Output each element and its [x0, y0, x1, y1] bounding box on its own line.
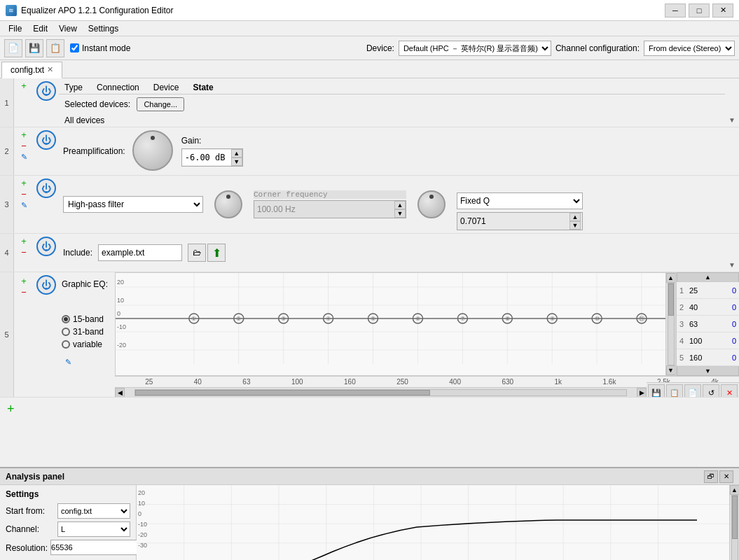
- edit-btn-2[interactable]: ✎: [18, 151, 30, 162]
- tab-close-icon[interactable]: ✕: [47, 65, 53, 74]
- channel-config-select[interactable]: From device (Stereo): [644, 41, 735, 56]
- band-scroll-down[interactable]: ▼: [677, 366, 739, 376]
- minimize-button[interactable]: ─: [665, 4, 686, 18]
- gain-up-btn[interactable]: ▲: [231, 149, 242, 158]
- add-btn-2[interactable]: +: [18, 129, 30, 140]
- power-btn-3[interactable]: ⏻: [36, 178, 56, 198]
- corner-freq-label: Corner frequency: [254, 190, 406, 199]
- highpass-knob[interactable]: [214, 190, 242, 218]
- eq-vscroll-thumb[interactable]: [668, 284, 674, 316]
- include-upload-btn[interactable]: ⬆: [207, 244, 226, 262]
- remove-btn-5[interactable]: −: [18, 286, 30, 298]
- remove-btn-2[interactable]: −: [18, 140, 30, 151]
- tab-label: config.txt: [11, 65, 44, 75]
- filter-type-select[interactable]: High-pass filter: [63, 196, 203, 213]
- gain-down-btn[interactable]: ▼: [231, 158, 242, 166]
- maximize-button[interactable]: □: [689, 4, 710, 18]
- start-from-label: Start from:: [6, 506, 55, 516]
- svg-text:⑨: ⑨: [550, 316, 555, 322]
- tab-device[interactable]: Device: [153, 83, 179, 92]
- q-type-select[interactable]: Fixed Q: [457, 192, 583, 209]
- q-value-input[interactable]: [457, 213, 569, 230]
- change-button[interactable]: Change...: [137, 97, 184, 111]
- eq-edit-btn[interactable]: ✎: [62, 356, 74, 368]
- eq-chart-svg: 20 10 0 -10 -20: [116, 273, 675, 364]
- radio-variable[interactable]: [62, 340, 70, 349]
- save-button[interactable]: 💾: [25, 39, 43, 57]
- eq-hscroll-left[interactable]: ◀: [115, 388, 125, 398]
- q-down-btn[interactable]: ▼: [569, 221, 581, 230]
- device-select[interactable]: Default (HPC － 英特尔(R) 显示器音频): [399, 41, 551, 56]
- analysis-vscroll-thumb[interactable]: [732, 496, 738, 539]
- eq-band-15[interactable]: 15-band: [62, 314, 112, 324]
- start-from-select[interactable]: config.txt: [57, 503, 130, 519]
- eq-reset-btn[interactable]: ↺: [703, 384, 719, 397]
- preamp-knob[interactable]: [132, 130, 174, 172]
- remove-btn-3[interactable]: −: [18, 188, 30, 200]
- radio-variable-label: variable: [73, 340, 102, 349]
- eq-band-31[interactable]: 31-band: [62, 327, 112, 337]
- tab-type[interactable]: Type: [64, 83, 83, 92]
- freq-down-btn[interactable]: ▼: [394, 209, 406, 218]
- svg-text:-20: -20: [117, 342, 126, 349]
- radio-15-band[interactable]: [62, 315, 70, 323]
- add-filter-btn[interactable]: +: [7, 402, 15, 416]
- eq-save-btn[interactable]: 💾: [648, 384, 665, 397]
- clipboard-button[interactable]: 📋: [46, 39, 64, 57]
- expand-icon-4[interactable]: ▼: [728, 261, 735, 269]
- expand-icon-1[interactable]: ▼: [728, 116, 735, 124]
- include-folder-btn[interactable]: 🗁: [188, 244, 206, 262]
- eq-band-var[interactable]: variable: [62, 340, 112, 349]
- add-btn-1[interactable]: +: [18, 80, 30, 91]
- menu-view[interactable]: View: [53, 22, 83, 35]
- include-filename-input[interactable]: [98, 244, 182, 261]
- close-button[interactable]: ✕: [712, 4, 733, 18]
- menu-file[interactable]: File: [3, 22, 27, 35]
- selected-devices-label: Selected devices:: [64, 99, 130, 109]
- power-btn-5[interactable]: ⏻: [36, 275, 56, 295]
- remove-btn-4[interactable]: −: [18, 246, 30, 258]
- analysis-restore-btn[interactable]: 🗗: [704, 470, 718, 483]
- q-knob[interactable]: [417, 190, 446, 218]
- eq-vscroll-up[interactable]: ▲: [666, 273, 676, 283]
- eq-vscroll-down[interactable]: ▼: [666, 365, 676, 375]
- edit-btn-3[interactable]: ✎: [18, 200, 30, 211]
- band-scroll-up[interactable]: ▲: [677, 272, 739, 282]
- eq-delete-btn[interactable]: ✕: [721, 384, 738, 397]
- channel-select[interactable]: L: [57, 522, 130, 537]
- eq-hscroll-thumb[interactable]: [135, 390, 430, 396]
- instant-mode-checkbox[interactable]: [70, 43, 79, 52]
- radio-31-band[interactable]: [62, 328, 70, 336]
- eq-hscroll[interactable]: ◀ ▶ 💾 📋 📄 ↺ ✕: [115, 387, 739, 397]
- q-up-btn[interactable]: ▲: [569, 213, 581, 221]
- eq-hscroll-right[interactable]: ▶: [637, 388, 647, 398]
- tab-connection[interactable]: Connection: [97, 83, 139, 92]
- eq-paste-btn[interactable]: 📄: [684, 384, 701, 397]
- corner-freq-input[interactable]: [254, 201, 394, 218]
- add-btn-4[interactable]: +: [18, 235, 30, 246]
- analysis-vscroll[interactable]: ▲ ▼: [729, 485, 739, 560]
- tab-state[interactable]: State: [193, 83, 213, 92]
- power-btn-4[interactable]: ⏻: [36, 237, 56, 256]
- add-btn-5[interactable]: +: [18, 275, 30, 286]
- eq-chart-vscroll[interactable]: ▲ ▼: [665, 273, 675, 375]
- menu-settings[interactable]: Settings: [83, 22, 124, 35]
- freq-up-btn[interactable]: ▲: [394, 201, 406, 209]
- analysis-close-btn[interactable]: ✕: [719, 470, 733, 483]
- gain-input[interactable]: [182, 150, 231, 165]
- new-button[interactable]: 📄: [4, 39, 22, 57]
- analysis-vscroll-up[interactable]: ▲: [730, 485, 740, 495]
- eq-copy-btn[interactable]: 📋: [666, 384, 683, 397]
- row-num-2: 2: [0, 127, 14, 175]
- row-side-5: + −: [14, 272, 34, 397]
- row-side-1: +: [14, 78, 34, 127]
- power-btn-1[interactable]: ⏻: [36, 81, 56, 101]
- menu-edit[interactable]: Edit: [27, 22, 53, 35]
- add-btn-3[interactable]: +: [18, 177, 30, 188]
- graphic-eq-row: 5 + − ⏻ Graphic EQ: 15-band 31-band vari…: [0, 272, 739, 398]
- resolution-input[interactable]: [50, 540, 148, 555]
- eq-chart[interactable]: 20 10 0 -10 -20: [115, 272, 676, 376]
- tab-config[interactable]: config.txt ✕: [1, 62, 62, 78]
- power-btn-2[interactable]: ⏻: [36, 130, 56, 150]
- gain-label: Gain:: [181, 136, 243, 146]
